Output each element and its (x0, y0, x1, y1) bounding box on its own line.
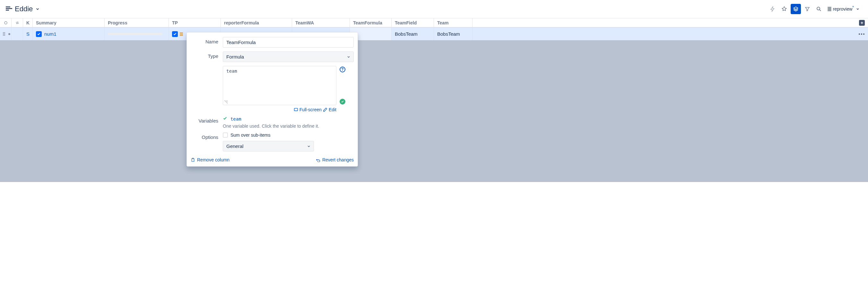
row-summary-cell[interactable]: num1 (33, 28, 105, 40)
formula-textarea[interactable]: team (223, 66, 336, 105)
bullet-icon (8, 33, 10, 35)
structure-icon (6, 6, 12, 11)
filter-icon (804, 6, 810, 12)
svg-point-0 (817, 7, 820, 10)
options-label: Options (191, 133, 223, 140)
view-modified-indicator: * (852, 5, 854, 10)
col-header-teamfield[interactable]: TeamField (392, 18, 434, 27)
chevron-down-icon (856, 7, 860, 11)
row-progress-cell (105, 28, 169, 40)
col-header-teamformula[interactable]: TeamFormula (350, 18, 392, 27)
formula-help-button[interactable]: ? (340, 66, 345, 72)
row-teamfield-cell: BobsTeam (392, 28, 434, 40)
more-icon (858, 33, 865, 35)
formula-valid-icon (340, 99, 345, 105)
drag-handle-icon (3, 32, 6, 36)
structure-title: Eddie (15, 5, 33, 13)
col-header-add: + (472, 18, 868, 27)
svg-point-2 (8, 33, 10, 35)
view-name: reproview (833, 6, 852, 11)
fullscreen-icon (294, 107, 298, 112)
col-header-tp[interactable]: TP (169, 18, 221, 27)
layers-button[interactable] (790, 4, 801, 14)
type-select[interactable]: Formula (223, 51, 354, 62)
pencil-icon (323, 107, 328, 112)
svg-point-4 (861, 33, 862, 35)
grid-header: K Summary Progress TP reporterFormula Te… (0, 18, 868, 28)
priority-icon (179, 32, 184, 36)
revert-icon (316, 158, 320, 162)
pin-icon (781, 6, 787, 12)
sum-checkbox[interactable] (223, 133, 228, 138)
variable-valid-icon (223, 116, 228, 121)
type-label: Type (191, 51, 223, 59)
circle-icon (4, 21, 8, 25)
columns-icon (828, 7, 831, 11)
remove-column-link[interactable]: Remove column (191, 157, 229, 162)
issue-type-icon (36, 31, 42, 37)
row-summary-text: num1 (44, 31, 57, 37)
search-button[interactable] (814, 4, 824, 14)
col-header-teamwa[interactable]: TeamWA (292, 18, 350, 27)
row-actions[interactable] (472, 28, 868, 40)
variable-tag[interactable]: team (230, 116, 241, 121)
tp-check-icon (172, 31, 178, 37)
column-edit-panel: Name Type Formula team ? (186, 32, 358, 167)
col-header-reporterformula[interactable]: reporterFormula (221, 18, 292, 27)
svg-rect-6 (294, 108, 298, 111)
options-select[interactable]: General (223, 141, 314, 152)
resize-handle-icon (224, 100, 228, 104)
structure-title-dropdown[interactable]: Eddie (6, 5, 40, 13)
col-header-status[interactable] (0, 18, 11, 27)
svg-point-1 (4, 22, 7, 24)
col-header-progress[interactable]: Progress (105, 18, 169, 27)
svg-point-5 (863, 33, 865, 35)
progress-bar (108, 33, 162, 35)
add-column-button[interactable]: + (859, 20, 865, 26)
sum-label: Sum over sub-items (230, 133, 270, 138)
filter-button[interactable] (802, 4, 812, 14)
pin-button[interactable] (779, 4, 789, 14)
col-header-summary[interactable]: Summary (33, 18, 105, 27)
lightning-icon (770, 6, 776, 12)
view-selector[interactable]: reproview* (825, 5, 862, 13)
row-handle[interactable] (0, 28, 11, 40)
table-row[interactable]: S num1 BobsTeam BobsTeam (0, 28, 868, 40)
name-input[interactable] (223, 37, 354, 48)
name-label: Name (191, 37, 223, 45)
svg-point-3 (859, 33, 860, 35)
grid-empty-area (0, 40, 868, 182)
formula-label (191, 66, 223, 68)
row-team-cell: BobsTeam (434, 28, 472, 40)
edit-link[interactable]: Edit (323, 107, 336, 112)
toolbar-right: reproview* (768, 4, 862, 14)
swap-icon (15, 21, 20, 25)
variable-hint: One variable used. Click the variable to… (223, 124, 354, 129)
revert-changes-link[interactable]: Revert changes (316, 157, 354, 162)
row-sync-cell (11, 28, 23, 40)
layers-icon (793, 6, 799, 12)
col-header-team[interactable]: Team (434, 18, 472, 27)
chevron-down-icon (35, 7, 40, 11)
col-header-key[interactable]: K (23, 18, 33, 27)
trash-icon (191, 158, 195, 162)
automation-button[interactable] (768, 4, 778, 14)
variables-label: Variables (191, 116, 223, 124)
row-key[interactable]: S (23, 28, 33, 40)
col-header-sync[interactable] (11, 18, 23, 27)
fullscreen-link[interactable]: Full-screen (294, 107, 322, 112)
search-icon (816, 6, 822, 12)
